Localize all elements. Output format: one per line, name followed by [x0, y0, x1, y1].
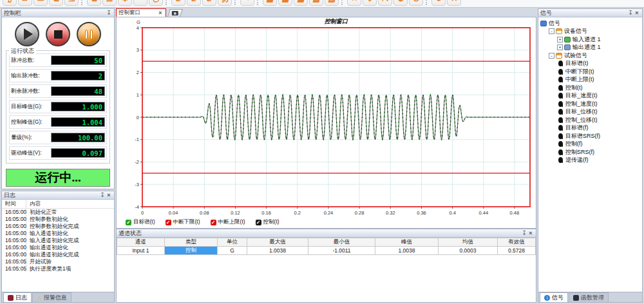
legend-item-中断下限(t)[interactable]: ✓中断下限(t): [166, 218, 200, 226]
layout-grid-3-icon[interactable]: ▦: [294, 0, 308, 6]
legend-checkbox[interactable]: ✓: [256, 220, 261, 225]
tree-item-输出通道 1[interactable]: +输出通道 1: [540, 44, 642, 52]
pan-icon[interactable]: ⇱: [378, 0, 392, 6]
fit-width-icon[interactable]: ⇿: [347, 0, 361, 6]
legend-item-目标谱(t)[interactable]: ✓目标谱(t): [126, 218, 155, 226]
pin-icon[interactable]: ↧: [99, 192, 106, 198]
log-row[interactable]: 16:05:00输出通道初始化: [2, 244, 114, 251]
log-row[interactable]: 16:05:00输入通道初始化完成: [2, 237, 114, 244]
tree-item-试验信号[interactable]: -试验信号: [540, 52, 642, 60]
signal-title: 信号: [540, 9, 627, 17]
log-message: 输出通道初始化: [26, 244, 114, 251]
import-icon[interactable]: ⇲: [64, 0, 79, 6]
log-tab-报警信息[interactable]: ⚠报警信息: [32, 292, 71, 302]
legend-checkbox[interactable]: ✓: [166, 220, 171, 225]
x-tick-label: 0.28: [355, 210, 365, 216]
legend-checkbox[interactable]: ✓: [126, 220, 131, 225]
log-row[interactable]: 16:05:00输出通道初始化完成: [2, 251, 114, 258]
new-icon[interactable]: ▯: [3, 0, 17, 6]
input-channel-icon: [564, 37, 571, 43]
legend-label: 控制(t): [263, 218, 279, 226]
tab-control-window[interactable]: 控制窗口 ×: [116, 8, 166, 17]
collapse-icon[interactable]: -: [549, 28, 554, 34]
signal-tab-信号[interactable]: i信号: [540, 292, 568, 302]
signal-tab-函数管理[interactable]: 函数管理: [569, 292, 609, 302]
status-field-label: 驱动峰值(V):: [11, 149, 51, 157]
pin-icon[interactable]: ↧: [106, 10, 112, 16]
log-tab-日志[interactable]: 日志: [3, 292, 32, 302]
log-row[interactable]: 16:05:00控制参数初始化: [2, 216, 114, 223]
print-icon[interactable]: ☰: [102, 0, 117, 6]
pin-icon[interactable]: ↧: [627, 10, 634, 16]
running-status-banner: 运行中...: [6, 169, 110, 187]
time-history-chart[interactable]: 控制窗口Gs43210-1-2-3-400.040.080.120.160.20…: [117, 17, 535, 218]
snapshot-tab[interactable]: [167, 9, 183, 17]
log-row[interactable]: 16:05:00控制参数初始化完成: [2, 223, 114, 230]
chart-area-icon[interactable]: ▨: [309, 0, 323, 6]
play-button[interactable]: [15, 22, 39, 46]
wav-icon[interactable]: ≈: [240, 0, 254, 6]
zoom-in-icon[interactable]: ⊕: [393, 0, 408, 6]
layout-grid-1-icon[interactable]: ▦: [263, 0, 277, 6]
tree-item-控制_位移(t)[interactable]: 控制_位移(t): [540, 116, 642, 124]
tree-item-中断下限(t)[interactable]: 中断下限(t): [540, 68, 642, 76]
channel-status-title: 通道状态: [118, 229, 521, 238]
tree-item-目标谱(t)[interactable]: 目标谱(t): [540, 60, 642, 68]
expand-icon[interactable]: +: [557, 44, 563, 50]
tree-item-目标谱SRS(f)[interactable]: 目标谱SRS(f): [540, 132, 642, 140]
log-titlebar: 日志 ↧ ×: [2, 191, 114, 200]
tree-item-中断上限(t)[interactable]: 中断上限(t): [540, 76, 642, 84]
log-time: 16:05:00: [2, 237, 26, 244]
zoom-out-icon[interactable]: ⊖: [409, 0, 423, 6]
settings-icon[interactable]: ✱: [118, 0, 132, 6]
log-row[interactable]: 16:05:05开始试验: [2, 258, 114, 265]
save-all-icon[interactable]: ⧉: [49, 0, 63, 6]
fit-height-icon[interactable]: ⇳: [363, 0, 377, 6]
tree-item-控制_速度(t)[interactable]: 控制_速度(t): [540, 100, 642, 108]
log-x-axis-icon[interactable]: L: [171, 0, 185, 6]
channel-row[interactable]: Input 1控制G1.0038-1.00111.00380.00030.572…: [117, 247, 536, 255]
tree-item-控制SRS(f)[interactable]: 控制SRS(f): [540, 148, 642, 157]
log-time: 16:05:00: [2, 230, 26, 237]
expand-icon[interactable]: +: [557, 37, 563, 43]
undo-icon[interactable]: ↺: [431, 0, 446, 6]
legend-label: 中断上限(t): [218, 218, 245, 226]
log-y-axis-icon[interactable]: L: [187, 0, 201, 6]
clock-icon[interactable]: ◷: [149, 0, 163, 6]
legend-checkbox[interactable]: ✓: [211, 220, 216, 225]
tree-item-输入通道 1[interactable]: +输入通道 1: [540, 35, 642, 44]
collapse-icon[interactable]: -: [549, 53, 554, 59]
stop-button[interactable]: [46, 22, 70, 46]
legend-item-控制(t)[interactable]: ✓控制(t): [256, 218, 279, 226]
open-icon[interactable]: ▱: [18, 0, 32, 6]
meter-icon[interactable]: ◔: [133, 0, 147, 6]
close-icon[interactable]: ×: [634, 10, 640, 16]
legend-item-中断上限(t)[interactable]: ✓中断上限(t): [211, 218, 245, 226]
tree-item-逆传递(f)[interactable]: 逆传递(f): [540, 157, 642, 165]
x-tick-label: 0.44: [478, 210, 488, 216]
tree-item-控制(t)[interactable]: 控制(t): [540, 84, 642, 92]
pause-button[interactable]: [77, 22, 101, 46]
pin-icon[interactable]: ↧: [521, 230, 527, 236]
chart-line-icon[interactable]: ▧: [325, 0, 339, 6]
tree-item-目标_位移(t)[interactable]: 目标_位移(t): [540, 108, 642, 117]
tree-item-设备信号[interactable]: -设备信号: [540, 28, 642, 36]
function-icon: [573, 295, 579, 301]
tree-item-目标_速度(t)[interactable]: 目标_速度(t): [540, 92, 642, 100]
copy-icon[interactable]: ⧉: [87, 0, 101, 6]
close-icon[interactable]: ×: [527, 230, 534, 236]
layout-grid-2-icon[interactable]: ▦: [278, 0, 292, 6]
switch-icon[interactable]: 切: [218, 0, 232, 6]
close-icon[interactable]: ×: [106, 192, 112, 198]
log-row[interactable]: 16:05:00初始化正常: [2, 209, 114, 216]
tree-item-信号[interactable]: 信号: [540, 19, 642, 28]
x-tick-label: 0.08: [200, 210, 209, 216]
log-xy-axis-icon[interactable]: L: [202, 0, 216, 6]
log-row[interactable]: 16:05:00输入通道初始化: [2, 230, 114, 237]
tab-close-icon[interactable]: ×: [157, 10, 164, 16]
save-icon[interactable]: ▭: [33, 0, 48, 6]
tree-item-控制(f)[interactable]: 控制(f): [540, 140, 642, 149]
log-row[interactable]: 16:05:05执行进度表第1项: [2, 265, 114, 272]
tree-item-目标谱(f)[interactable]: 目标谱(f): [540, 124, 642, 133]
cut-icon[interactable]: ✕: [447, 0, 461, 6]
